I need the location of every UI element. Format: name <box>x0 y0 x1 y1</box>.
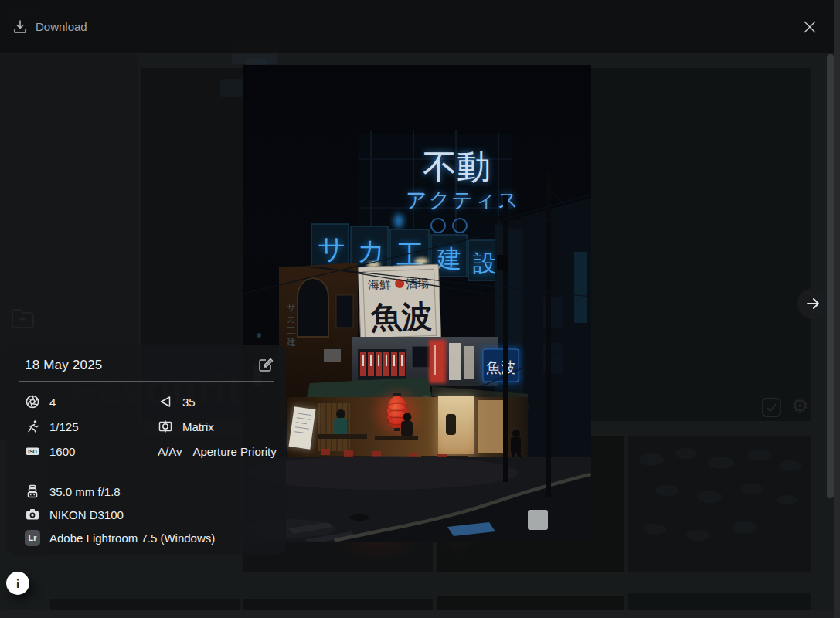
focal-length-value: 35 <box>182 396 196 409</box>
metering-mode-value: Matrix <box>182 420 214 433</box>
blue-cast <box>243 65 591 542</box>
info-icon: i <box>16 577 19 590</box>
arrow-right-icon <box>804 295 821 312</box>
aperture-icon <box>25 394 40 409</box>
camera-value: NIKON D3100 <box>49 508 124 521</box>
lens-value: 35.0 mm f/1.8 <box>49 485 121 498</box>
aperture-value: 4 <box>49 396 56 409</box>
lightroom-icon: Lr <box>25 530 40 546</box>
download-icon <box>12 19 29 36</box>
exif-grid: 4 35 1/125 <box>6 382 286 470</box>
gear-rows: 35.0 mm f/1.8 NIKON D3100 Lr Adobe L <box>6 470 286 549</box>
camera-icon <box>25 507 40 522</box>
photo-illustration: 不動 不動 アクティス アクティス サ カ 工 <box>243 65 591 542</box>
shutter-speed-value: 1/125 <box>49 420 79 433</box>
svg-text:ISO: ISO <box>28 449 36 454</box>
metering-mode-icon <box>158 419 173 434</box>
software-value: Adobe Lightroom 7.5 (Windows) <box>49 531 215 545</box>
edit-date-icon[interactable] <box>257 356 275 375</box>
scrollbar-track <box>834 0 840 618</box>
download-label: Download <box>36 20 87 33</box>
focal-length-icon <box>158 394 173 409</box>
shutter-speed-icon <box>25 419 40 434</box>
iso-icon: ISO <box>25 443 40 459</box>
scrollbar-thumb[interactable] <box>827 54 834 498</box>
exposure-program-label: A/Av <box>158 445 182 458</box>
main-photo[interactable]: 不動 不動 アクティス アクティス サ カ 工 <box>243 65 591 542</box>
iso-value: 1600 <box>49 445 75 458</box>
info-button[interactable]: i <box>6 572 29 595</box>
lens-icon <box>25 484 40 499</box>
viewer-topbar: Download <box>0 0 840 54</box>
next-photo-button[interactable] <box>797 288 828 319</box>
photo-viewer: Favourites <box>0 0 840 618</box>
close-button[interactable] <box>797 14 823 40</box>
photo-date: 18 May 2025 <box>25 358 103 373</box>
close-icon <box>801 18 819 36</box>
download-button[interactable]: Download <box>12 19 87 36</box>
exif-info-panel: 18 May 2025 <box>6 345 286 555</box>
exposure-program-value: Aperture Priority <box>192 445 276 458</box>
